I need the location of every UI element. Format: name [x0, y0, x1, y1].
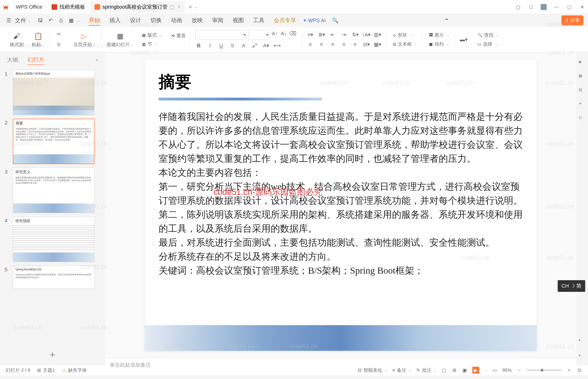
- notes-button[interactable]: ≡ 备注⌄: [392, 367, 412, 373]
- ribbon-from-current[interactable]: ▷ 当页开始⌄: [70, 32, 101, 48]
- menu-hamburger-icon[interactable]: ☰: [5, 16, 13, 25]
- font-family-select[interactable]: [195, 30, 247, 39]
- print-icon[interactable]: ⎙: [57, 16, 65, 25]
- maximize-button[interactable]: ▢: [566, 3, 573, 11]
- rside-icon-4[interactable]: ✦: [579, 101, 586, 108]
- fit-window-icon[interactable]: ⊡: [577, 367, 582, 373]
- zoom-slider[interactable]: [527, 370, 562, 371]
- align-center-icon[interactable]: ≡: [318, 41, 325, 48]
- zoom-handle[interactable]: [541, 369, 543, 372]
- font-size-select[interactable]: [249, 30, 269, 39]
- view-sorter-icon[interactable]: ⊞: [452, 367, 457, 373]
- tab-document[interactable]: springboot高校会议室预订管 ▢ ×: [90, 1, 185, 13]
- undo-icon[interactable]: ↶: [46, 16, 55, 25]
- slide-thumbnail-2[interactable]: 2 摘要 伴随着我国社会的发展，人民生活质量日益提高。于是对系统进行规范而严格是…: [5, 119, 100, 164]
- copy-icon[interactable]: ⎘: [55, 41, 62, 48]
- menu-tab-start[interactable]: 开始: [89, 16, 100, 26]
- align-distribute-icon[interactable]: ≡: [352, 41, 359, 48]
- bold-icon[interactable]: B: [195, 42, 202, 49]
- close-button[interactable]: ✕: [579, 3, 586, 11]
- slide-title[interactable]: 摘要: [159, 71, 523, 93]
- zoom-value[interactable]: 95%: [502, 368, 512, 373]
- columns-icon[interactable]: ▥▾: [374, 31, 381, 38]
- slide-thumbnail-5[interactable]: 5 Spring Boot框架介绍 Spring Boot是由Pivotal团队…: [5, 266, 100, 289]
- view-reading-icon[interactable]: ▣: [462, 367, 468, 373]
- align-justify-icon[interactable]: ≡: [340, 41, 347, 48]
- increase-indent-icon[interactable]: ⇥: [340, 31, 347, 38]
- save-icon[interactable]: 🖫: [36, 16, 45, 25]
- align-right-icon[interactable]: ≡: [329, 41, 336, 48]
- text-direction-icon[interactable]: ↕A▾: [363, 31, 370, 38]
- zoom-minus-icon[interactable]: −: [516, 367, 522, 373]
- slide-canvas[interactable]: 摘要 伴随着我国社会的发展，人民生活质量日益提高。于是对系统进行规范而严格是十分…: [105, 52, 576, 358]
- ribbon-select[interactable]: ▭ 选择⌄: [478, 41, 499, 47]
- view-normal-icon[interactable]: ▢: [441, 367, 447, 373]
- ribbon-paste[interactable]: 📋 粘贴⌄: [29, 32, 51, 48]
- char-spacing-icon[interactable]: ⟷: [274, 42, 281, 49]
- smartart-icon[interactable]: ▦▾: [374, 41, 381, 48]
- share-button[interactable]: ⇪ 分享: [561, 16, 583, 25]
- ribbon-textbox[interactable]: ⊡ 文本框⌄: [393, 41, 417, 47]
- decrease-indent-icon[interactable]: ⇤: [329, 31, 336, 38]
- underline-icon[interactable]: U: [218, 42, 225, 49]
- slideshow-dropdown[interactable]: ⌄: [485, 368, 487, 372]
- menu-tab-animation[interactable]: 动画: [171, 16, 182, 26]
- sidebar-tab-slides[interactable]: 幻灯片: [28, 55, 44, 65]
- menu-tab-design[interactable]: 设计: [130, 16, 141, 26]
- file-menu[interactable]: 文件: [15, 17, 26, 24]
- sidebar-tab-outline[interactable]: 大纲: [7, 55, 18, 65]
- sidebar-collapse-icon[interactable]: ‹: [96, 57, 98, 63]
- tab-dropdown-icon[interactable]: ⌄: [194, 5, 197, 9]
- bullets-icon[interactable]: ≡▾: [307, 31, 314, 38]
- search-icon[interactable]: 🔍: [331, 16, 339, 25]
- rside-icon-5[interactable]: ☷: [579, 115, 586, 122]
- ribbon-picture[interactable]: 🖼 图片⌄: [429, 32, 449, 38]
- strikethrough-icon[interactable]: S: [229, 42, 236, 49]
- rside-icon-2[interactable]: ▦: [579, 73, 586, 80]
- rside-scroll-up-icon[interactable]: ▴: [579, 337, 586, 344]
- ribbon-section[interactable]: ▥ 节⌄: [142, 41, 162, 47]
- ribbon-shape[interactable]: ◇ 形状⌄: [393, 32, 417, 38]
- line-spacing-icon[interactable]: ⇅▾: [352, 31, 359, 38]
- minimize-button[interactable]: —: [553, 3, 560, 11]
- font-color-icon[interactable]: A▾: [263, 42, 269, 49]
- ribbon-find[interactable]: 🔍 查找⌄: [478, 32, 499, 38]
- fill-color-icon[interactable]: ▬▾: [460, 36, 467, 43]
- current-slide[interactable]: 摘要 伴随着我国社会的发展，人民生活质量日益提高。于是对系统进行规范而严格是十分…: [145, 60, 537, 351]
- highlight-icon[interactable]: 🖍: [251, 42, 258, 49]
- menu-tab-review[interactable]: 审阅: [212, 16, 223, 26]
- review-button[interactable]: ✎ 批注⌄: [416, 367, 437, 373]
- rside-scroll-down-icon[interactable]: ▾: [579, 353, 586, 360]
- missing-fonts[interactable]: ⚠ 缺失字体: [62, 367, 87, 373]
- slide-thumbnail-3[interactable]: 3 研究意义 随着互联网快速的发展以及普及范围的扩大，越来越多的高校开始使用网络…: [5, 168, 100, 213]
- slide-thumbnail-4[interactable]: 4 研究现状: [5, 217, 100, 262]
- slide-content[interactable]: 伴随着我国社会的发展，人民生活质量日益提高。于是对系统进行规范而严格是十分有必要…: [159, 110, 523, 278]
- cube-icon[interactable]: ⬡: [527, 3, 534, 11]
- tab-templates[interactable]: 找稻壳模板: [47, 1, 90, 13]
- tab-close-button[interactable]: ×: [178, 4, 180, 9]
- ribbon-new-slide[interactable]: ▦ 新建幻灯片⌄: [104, 32, 136, 48]
- theme-status[interactable]: ⊞ 主题1: [37, 367, 55, 373]
- clear-format-icon[interactable]: ⌫: [289, 30, 296, 37]
- qat-dropdown-icon[interactable]: ⌄: [77, 19, 80, 22]
- menu-tab-tools[interactable]: 工具: [253, 16, 264, 26]
- numbering-icon[interactable]: ≣▾: [318, 31, 325, 38]
- zoom-out-icon[interactable]: ▭: [492, 367, 498, 373]
- zoom-plus-icon[interactable]: +: [566, 367, 572, 373]
- new-tab-button[interactable]: +: [188, 3, 192, 11]
- slideshow-button[interactable]: ▶: [472, 367, 479, 374]
- wps-ai-button[interactable]: ✦ WPS AI: [303, 17, 326, 24]
- ime-indicator[interactable]: CH ☽ 简: [558, 280, 585, 292]
- ribbon-format-brush[interactable]: 🖌 格式刷: [7, 32, 27, 48]
- menu-tab-vip[interactable]: 会员专享: [274, 16, 296, 26]
- menu-tab-insert[interactable]: 插入: [109, 16, 121, 26]
- increase-font-icon[interactable]: A↑: [271, 30, 278, 37]
- decrease-font-icon[interactable]: A↓: [280, 30, 287, 37]
- italic-icon[interactable]: I: [206, 42, 214, 49]
- print-preview-icon[interactable]: ▦: [67, 16, 75, 25]
- app-name-tab[interactable]: WPS Office: [11, 2, 47, 12]
- cloud-icon[interactable]: ☁: [444, 16, 453, 25]
- rside-icon-1[interactable]: ◆: [579, 60, 586, 66]
- menu-tab-transition[interactable]: 切换: [151, 16, 162, 26]
- window-tabs-icon[interactable]: ▢: [515, 3, 521, 11]
